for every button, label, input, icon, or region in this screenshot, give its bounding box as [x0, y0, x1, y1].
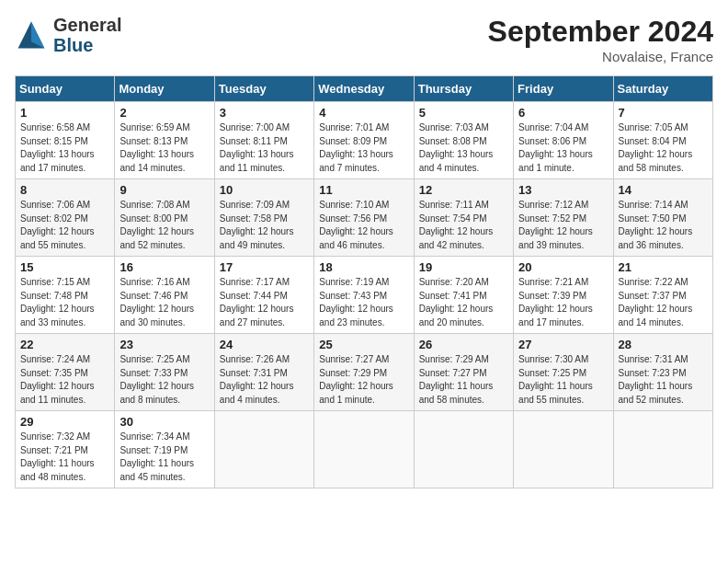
col-tuesday: Tuesday — [214, 76, 313, 102]
col-sunday: Sunday — [16, 76, 115, 102]
calendar-cell — [414, 411, 513, 488]
header-row: Sunday Monday Tuesday Wednesday Thursday… — [16, 76, 713, 102]
day-info: Sunrise: 7:15 AM Sunset: 7:48 PM Dayligh… — [20, 276, 109, 329]
day-info: Sunrise: 7:17 AM Sunset: 7:44 PM Dayligh… — [220, 276, 309, 329]
day-number: 12 — [419, 183, 508, 197]
calendar-cell: 1Sunrise: 6:58 AM Sunset: 8:15 PM Daylig… — [16, 102, 115, 179]
calendar-table: Sunday Monday Tuesday Wednesday Thursday… — [15, 75, 713, 488]
day-info: Sunrise: 6:58 AM Sunset: 8:15 PM Dayligh… — [20, 121, 109, 175]
day-number: 14 — [619, 183, 708, 197]
calendar-cell: 19Sunrise: 7:20 AM Sunset: 7:41 PM Dayli… — [414, 257, 513, 334]
calendar-cell: 7Sunrise: 7:05 AM Sunset: 8:04 PM Daylig… — [613, 102, 712, 179]
day-info: Sunrise: 7:14 AM Sunset: 7:50 PM Dayligh… — [619, 199, 708, 252]
calendar-cell: 4Sunrise: 7:01 AM Sunset: 8:09 PM Daylig… — [314, 102, 414, 179]
month-title: September 2024 — [488, 15, 713, 49]
day-number: 25 — [319, 338, 408, 351]
calendar-cell: 17Sunrise: 7:17 AM Sunset: 7:44 PM Dayli… — [214, 257, 313, 334]
day-number: 11 — [319, 183, 408, 197]
day-info: Sunrise: 7:10 AM Sunset: 7:56 PM Dayligh… — [319, 199, 408, 252]
col-thursday: Thursday — [414, 76, 513, 102]
day-info: Sunrise: 7:22 AM Sunset: 7:37 PM Dayligh… — [619, 276, 708, 329]
day-number: 17 — [220, 260, 309, 274]
day-number: 16 — [119, 260, 209, 274]
day-info: Sunrise: 7:21 AM Sunset: 7:39 PM Dayligh… — [518, 276, 608, 329]
day-info: Sunrise: 7:12 AM Sunset: 7:52 PM Dayligh… — [518, 199, 608, 252]
logo: General Blue — [15, 15, 121, 55]
day-info: Sunrise: 7:09 AM Sunset: 7:58 PM Dayligh… — [220, 199, 309, 252]
day-info: Sunrise: 7:16 AM Sunset: 7:46 PM Dayligh… — [119, 276, 209, 329]
day-number: 28 — [619, 338, 708, 351]
day-info: Sunrise: 7:32 AM Sunset: 7:21 PM Dayligh… — [20, 431, 109, 484]
col-friday: Friday — [514, 76, 613, 102]
day-number: 26 — [419, 338, 508, 351]
col-wednesday: Wednesday — [314, 76, 414, 102]
calendar-cell: 22Sunrise: 7:24 AM Sunset: 7:35 PM Dayli… — [16, 334, 115, 411]
calendar-cell: 3Sunrise: 7:00 AM Sunset: 8:11 PM Daylig… — [214, 102, 313, 179]
day-info: Sunrise: 7:34 AM Sunset: 7:19 PM Dayligh… — [119, 431, 209, 484]
calendar-cell: 15Sunrise: 7:15 AM Sunset: 7:48 PM Dayli… — [16, 257, 115, 334]
calendar-week-row: 22Sunrise: 7:24 AM Sunset: 7:35 PM Dayli… — [16, 334, 713, 411]
day-number: 4 — [319, 106, 408, 120]
calendar-cell: 29Sunrise: 7:32 AM Sunset: 7:21 PM Dayli… — [16, 411, 115, 488]
calendar-cell: 27Sunrise: 7:30 AM Sunset: 7:25 PM Dayli… — [514, 334, 613, 411]
day-info: Sunrise: 7:31 AM Sunset: 7:23 PM Dayligh… — [619, 353, 708, 407]
day-number: 3 — [220, 106, 309, 120]
day-info: Sunrise: 7:11 AM Sunset: 7:54 PM Dayligh… — [419, 199, 508, 252]
day-number: 5 — [419, 106, 508, 120]
day-info: Sunrise: 7:03 AM Sunset: 8:08 PM Dayligh… — [419, 121, 508, 175]
day-info: Sunrise: 7:24 AM Sunset: 7:35 PM Dayligh… — [20, 353, 109, 407]
day-info: Sunrise: 6:59 AM Sunset: 8:13 PM Dayligh… — [119, 121, 209, 175]
calendar-cell: 12Sunrise: 7:11 AM Sunset: 7:54 PM Dayli… — [414, 179, 513, 257]
day-number: 22 — [20, 338, 109, 351]
calendar-cell: 5Sunrise: 7:03 AM Sunset: 8:08 PM Daylig… — [414, 102, 513, 179]
day-number: 13 — [518, 183, 608, 197]
day-number: 2 — [119, 106, 209, 120]
calendar-cell: 24Sunrise: 7:26 AM Sunset: 7:31 PM Dayli… — [214, 334, 313, 411]
day-number: 19 — [419, 260, 508, 274]
calendar-cell — [613, 411, 712, 488]
day-info: Sunrise: 7:30 AM Sunset: 7:25 PM Dayligh… — [518, 353, 608, 407]
calendar-cell: 23Sunrise: 7:25 AM Sunset: 7:33 PM Dayli… — [115, 334, 214, 411]
day-info: Sunrise: 7:29 AM Sunset: 7:27 PM Dayligh… — [419, 353, 508, 407]
calendar-week-row: 1Sunrise: 6:58 AM Sunset: 8:15 PM Daylig… — [16, 102, 713, 179]
day-info: Sunrise: 7:19 AM Sunset: 7:43 PM Dayligh… — [319, 276, 408, 329]
day-info: Sunrise: 7:08 AM Sunset: 8:00 PM Dayligh… — [119, 199, 209, 252]
col-monday: Monday — [115, 76, 214, 102]
day-info: Sunrise: 7:27 AM Sunset: 7:29 PM Dayligh… — [319, 353, 408, 407]
day-number: 23 — [119, 338, 209, 351]
calendar-cell: 20Sunrise: 7:21 AM Sunset: 7:39 PM Dayli… — [514, 257, 613, 334]
day-number: 10 — [220, 183, 309, 197]
calendar-cell: 28Sunrise: 7:31 AM Sunset: 7:23 PM Dayli… — [613, 334, 712, 411]
calendar-week-row: 29Sunrise: 7:32 AM Sunset: 7:21 PM Dayli… — [16, 411, 713, 488]
page-header: General Blue September 2024 Novalaise, F… — [15, 15, 713, 64]
calendar-cell: 6Sunrise: 7:04 AM Sunset: 8:06 PM Daylig… — [514, 102, 613, 179]
calendar-cell — [514, 411, 613, 488]
day-info: Sunrise: 7:04 AM Sunset: 8:06 PM Dayligh… — [518, 121, 608, 175]
col-saturday: Saturday — [613, 76, 712, 102]
title-block: September 2024 Novalaise, France — [488, 15, 713, 64]
calendar-week-row: 8Sunrise: 7:06 AM Sunset: 8:02 PM Daylig… — [16, 179, 713, 257]
day-number: 24 — [220, 338, 309, 351]
day-number: 7 — [619, 106, 708, 120]
calendar-cell: 21Sunrise: 7:22 AM Sunset: 7:37 PM Dayli… — [613, 257, 712, 334]
day-info: Sunrise: 7:00 AM Sunset: 8:11 PM Dayligh… — [220, 121, 309, 175]
day-info: Sunrise: 7:20 AM Sunset: 7:41 PM Dayligh… — [419, 276, 508, 329]
logo-text: General Blue — [53, 15, 121, 55]
calendar-cell: 30Sunrise: 7:34 AM Sunset: 7:19 PM Dayli… — [115, 411, 214, 488]
calendar-cell: 26Sunrise: 7:29 AM Sunset: 7:27 PM Dayli… — [414, 334, 513, 411]
day-number: 9 — [119, 183, 209, 197]
day-number: 20 — [518, 260, 608, 274]
calendar-cell: 18Sunrise: 7:19 AM Sunset: 7:43 PM Dayli… — [314, 257, 414, 334]
calendar-cell: 11Sunrise: 7:10 AM Sunset: 7:56 PM Dayli… — [314, 179, 414, 257]
calendar-cell: 2Sunrise: 6:59 AM Sunset: 8:13 PM Daylig… — [115, 102, 214, 179]
calendar-cell: 13Sunrise: 7:12 AM Sunset: 7:52 PM Dayli… — [514, 179, 613, 257]
day-number: 30 — [119, 415, 209, 429]
day-number: 8 — [20, 183, 109, 197]
day-info: Sunrise: 7:25 AM Sunset: 7:33 PM Dayligh… — [119, 353, 209, 407]
calendar-cell: 25Sunrise: 7:27 AM Sunset: 7:29 PM Dayli… — [314, 334, 414, 411]
day-number: 1 — [20, 106, 109, 120]
calendar-cell: 9Sunrise: 7:08 AM Sunset: 8:00 PM Daylig… — [115, 179, 214, 257]
location: Novalaise, France — [488, 49, 713, 64]
calendar-cell — [314, 411, 414, 488]
day-info: Sunrise: 7:05 AM Sunset: 8:04 PM Dayligh… — [619, 121, 708, 175]
